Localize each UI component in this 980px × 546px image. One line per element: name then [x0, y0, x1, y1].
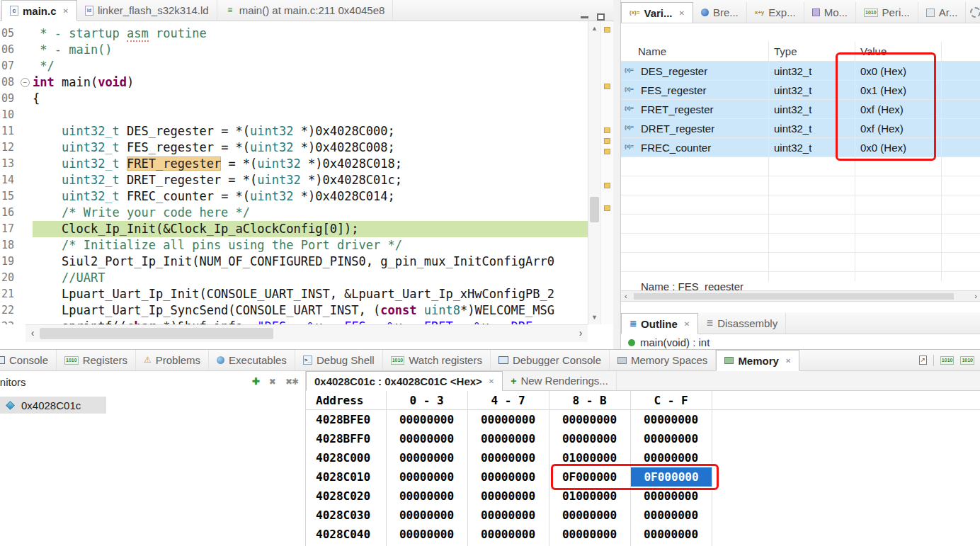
line-number[interactable]: 08	[0, 74, 18, 91]
scroll-down-icon[interactable]: ▼	[588, 314, 600, 321]
line-number[interactable]: 23	[0, 319, 18, 324]
code-line-13[interactable]: 13 uint32_t FRET_regester = *(uint32 *)0…	[0, 156, 588, 172]
line-number[interactable]: 14	[0, 172, 18, 188]
close-icon[interactable]: ✕	[785, 357, 791, 365]
code-line-16[interactable]: 16 /* Write your code here */	[0, 205, 588, 221]
clipped-tab-icon[interactable]	[970, 7, 980, 18]
code-line-07[interactable]: 07 */	[0, 58, 588, 74]
variables-horizontal-scrollbar[interactable]: ‹ ›	[621, 290, 980, 302]
view-tab-outline[interactable]: Outline✕	[621, 313, 698, 334]
editor-tab-linker-flash-s32k314-ld[interactable]: linker_flash_s32k314.ld	[77, 0, 217, 21]
remove-monitor-icon[interactable]	[269, 377, 276, 387]
memory-cell[interactable]: 00000000	[630, 525, 712, 544]
memory-cell[interactable]: 00000000	[630, 448, 712, 467]
view-tab-peri[interactable]: Peri...	[856, 2, 918, 23]
binary-rendering-icon[interactable]	[940, 356, 955, 365]
close-icon[interactable]: ✕	[684, 320, 690, 328]
rendering-tab-0x4028c01c-0x4028c01c-hex[interactable]: 0x4028C01c : 0x4028C01C <Hex>✕	[306, 371, 503, 391]
occurrence-marker[interactable]	[604, 205, 610, 211]
scroll-left-icon[interactable]: ‹	[27, 327, 38, 339]
memory-cell[interactable]: 00000000	[630, 506, 712, 525]
line-number[interactable]: 18	[0, 237, 18, 254]
view-tab-debug-shell[interactable]: Debug Shell	[295, 350, 383, 370]
memory-cell[interactable]: 00000000	[549, 506, 630, 525]
memory-cell[interactable]: 00000000	[386, 410, 467, 429]
line-number[interactable]: 06	[0, 42, 18, 58]
memory-cell[interactable]: 00000000	[467, 448, 549, 467]
view-tab-executables[interactable]: Executables	[209, 350, 295, 370]
code-line-23[interactable]: 23 sprintf((char *)&buf_info, "DES = %x,…	[0, 319, 588, 324]
scroll-right-icon[interactable]: ›	[974, 291, 977, 301]
line-number[interactable]: 20	[0, 270, 18, 286]
memory-cell[interactable]: 00000000	[386, 467, 467, 487]
code-line-06[interactable]: 06 * - main()	[0, 42, 588, 58]
variable-row-fret-regester[interactable]: (x)=FRET_regesteruint32_t0xf (Hex)	[621, 100, 980, 119]
view-tab-disassembly[interactable]: Disassembly	[698, 313, 786, 334]
memory-cell[interactable]: 00000000	[467, 525, 549, 544]
column-header-value[interactable]: Value	[860, 42, 887, 62]
code-line-11[interactable]: 11 uint32_t DES_regester = *(uint32 *)0x…	[0, 123, 588, 140]
code-line-08[interactable]: 08−int main(void)	[0, 74, 588, 91]
code-line-05[interactable]: 05 * - startup asm routine	[0, 25, 588, 42]
memory-cell[interactable]: 00000000	[630, 429, 712, 448]
view-tab-registers[interactable]: Registers	[57, 350, 136, 370]
code-line-09[interactable]: 09{	[0, 91, 588, 107]
panel-sash[interactable]	[613, 0, 620, 349]
memory-cell[interactable]: 01000000	[549, 487, 630, 506]
column-header-name[interactable]: Name	[638, 42, 666, 62]
line-number[interactable]: 09	[0, 91, 18, 107]
memory-cell[interactable]: 00000000	[549, 410, 630, 429]
occurrence-marker[interactable]	[604, 84, 610, 89]
editor-vertical-scrollbar[interactable]: ▲ ▼	[588, 21, 600, 324]
code-line-21[interactable]: 21 Lpuart_Uart_Ip_Init(CONSOLE_UART_INST…	[0, 286, 588, 302]
view-tab-exp[interactable]: Exp...	[747, 2, 804, 23]
view-tab-debugger-console[interactable]: Debugger Console	[491, 350, 610, 370]
line-number[interactable]: 17	[0, 221, 18, 237]
memory-cell[interactable]: 00000000	[630, 487, 712, 506]
outline-item[interactable]: main(void) : int	[640, 334, 710, 348]
memory-cell[interactable]: 00000000	[549, 525, 630, 544]
close-icon[interactable]: ✕	[678, 9, 684, 17]
line-number[interactable]: 10	[0, 107, 18, 123]
scroll-left-icon[interactable]: ‹	[625, 291, 627, 301]
add-monitor-icon[interactable]	[252, 377, 260, 387]
view-tab-watch-registers[interactable]: Watch registers	[383, 350, 491, 370]
occurrence-marker[interactable]	[604, 138, 610, 144]
vertical-scrollbar-thumb[interactable]	[590, 197, 599, 222]
line-number[interactable]: 12	[0, 140, 18, 156]
memory-cell[interactable]: 00000000	[467, 410, 549, 429]
fold-collapse-icon[interactable]: −	[21, 78, 30, 87]
column-header-type[interactable]: Type	[774, 42, 797, 62]
scroll-right-icon[interactable]: ›	[575, 327, 586, 339]
variable-row-fes-regester[interactable]: (x)=FES_regesteruint32_t0x1 (Hex)	[621, 81, 980, 100]
line-number[interactable]: 13	[0, 156, 18, 172]
view-tab-ar[interactable]: Ar...	[918, 2, 967, 23]
variable-row-des-regester[interactable]: (x)=DES_regesteruint32_t0x0 (Hex)	[621, 62, 980, 81]
code-line-20[interactable]: 20 //UART	[0, 270, 588, 286]
monitor-item-0x4028c01c[interactable]: 0x4028C01c	[0, 397, 106, 414]
horizontal-scrollbar-thumb[interactable]	[634, 293, 954, 300]
binary-rendering-icon-2[interactable]	[960, 356, 974, 365]
code-line-19[interactable]: 19 Siul2_Port_Ip_Init(NUM_OF_CONFIGURED_…	[0, 254, 588, 270]
rendering-tab-new-renderings[interactable]: New Renderings...	[503, 371, 617, 390]
line-number[interactable]: 07	[0, 58, 18, 74]
code-line-15[interactable]: 15 uint32_t FREC_counter = *(uint32 *)0x…	[0, 188, 588, 205]
memory-cell[interactable]: 00000000	[386, 429, 467, 448]
code-line-18[interactable]: 18 /* Initialize all pins using the Port…	[0, 237, 588, 254]
horizontal-scrollbar-thumb[interactable]	[40, 328, 273, 339]
variable-row-frec-counter[interactable]: (x)=FREC_counteruint32_t0x0 (Hex)	[621, 138, 980, 157]
close-icon[interactable]: ✕	[63, 7, 69, 15]
occurrence-marker[interactable]	[604, 27, 610, 33]
editor-tab-main-at-main-c-211-0x4045e8[interactable]: main() at main.c:211 0x4045e8	[217, 0, 394, 21]
maximize-icon[interactable]	[597, 13, 605, 21]
code-line-14[interactable]: 14 uint32_t DRET_regester = *(uint32 *)0…	[0, 172, 588, 188]
line-number[interactable]: 22	[0, 302, 18, 319]
variable-row-dret-regester[interactable]: (x)=DRET_regesteruint32_t0xf (Hex)	[621, 119, 980, 138]
view-tab-memory[interactable]: Memory✕	[716, 350, 799, 371]
view-tab-problems[interactable]: Problems	[136, 350, 209, 370]
view-tab-bre[interactable]: Bre...	[693, 2, 747, 23]
scroll-up-icon[interactable]: ▲	[588, 25, 600, 32]
view-tab-mo[interactable]: Mo...	[804, 2, 856, 23]
occurrence-marker[interactable]	[604, 149, 610, 154]
memory-cell[interactable]: 0F000000	[631, 467, 712, 487]
